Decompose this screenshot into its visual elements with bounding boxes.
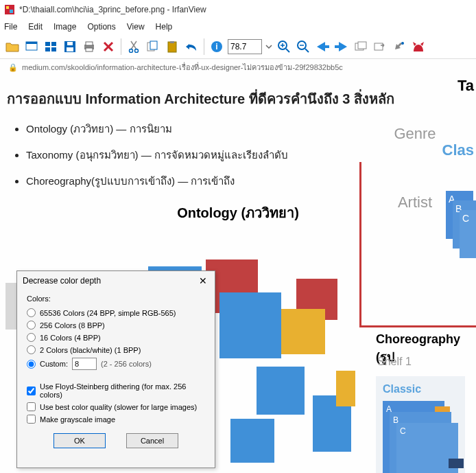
radio-256[interactable]: [27, 321, 36, 330]
radio-custom[interactable]: [27, 360, 36, 369]
divider-vertical: [359, 162, 361, 327]
slideshow-icon[interactable]: [23, 38, 40, 55]
colors-label: Colors:: [27, 295, 205, 303]
card-stack: A B C: [446, 191, 476, 259]
thumbnails-icon[interactable]: [43, 38, 59, 55]
menu-view[interactable]: View: [127, 22, 145, 32]
ok-button[interactable]: OK: [53, 433, 106, 448]
decrease-color-dialog: Decrease color depth ✕ Colors: 65536 Col…: [16, 270, 215, 468]
svg-text:i: i: [215, 42, 217, 51]
lock-icon: 🔒: [8, 63, 18, 72]
mini-card-c: CRecently Listened: [396, 423, 458, 473]
cancel-button[interactable]: Cancel: [126, 433, 178, 448]
svg-rect-6: [51, 42, 56, 46]
url-bar: 🔒 medium.com/skooldio/information-archit…: [0, 59, 476, 76]
print-icon[interactable]: [81, 38, 97, 55]
svg-rect-2: [10, 10, 13, 13]
card-c: C: [460, 210, 476, 258]
yellow-block: [336, 371, 355, 406]
svg-point-15: [130, 49, 133, 52]
copy-icon[interactable]: [145, 38, 161, 55]
prev-icon[interactable]: [314, 38, 331, 55]
menu-file[interactable]: File: [4, 22, 17, 32]
svg-rect-27: [374, 43, 383, 50]
settings-icon[interactable]: [391, 38, 407, 55]
shelf-label: Shelf 1: [377, 356, 412, 368]
paste-icon[interactable]: [164, 38, 180, 55]
divider-horizontal: [359, 325, 476, 327]
svg-rect-5: [45, 42, 50, 46]
titlebar: *D:\thaiall.com\hci\ia_3princ_before.png…: [0, 0, 476, 19]
zoom-input[interactable]: [228, 39, 262, 54]
classic-title: Classic: [383, 383, 458, 395]
custom-colors-input[interactable]: [72, 358, 97, 370]
separator: [204, 38, 204, 55]
zoom-dropdown-icon[interactable]: [265, 39, 273, 54]
menubar: File Edit Image Options View Help: [0, 19, 476, 34]
menu-options[interactable]: Options: [87, 22, 115, 32]
svg-rect-4: [26, 42, 37, 44]
classic-box: Classic A B CRecently Listened: [376, 376, 465, 473]
svg-rect-20: [170, 41, 174, 43]
close-icon[interactable]: ✕: [197, 275, 209, 287]
open-icon[interactable]: [4, 38, 21, 55]
svg-rect-8: [51, 47, 56, 51]
zoom-in-icon[interactable]: [276, 38, 292, 55]
svg-point-28: [401, 42, 404, 45]
radio-2[interactable]: [27, 345, 36, 354]
dialog-title: Decrease color depth: [23, 276, 101, 286]
genre-label: Genre: [353, 125, 476, 143]
zoom-out-icon[interactable]: [295, 38, 311, 55]
yellow-block: [280, 309, 325, 354]
svg-rect-19: [168, 42, 176, 52]
next-icon[interactable]: [333, 38, 350, 55]
clas-label: Clas: [353, 141, 476, 159]
svg-rect-1: [6, 6, 9, 9]
menu-image[interactable]: Image: [53, 22, 76, 32]
svg-rect-11: [67, 42, 73, 45]
svg-rect-26: [358, 42, 366, 49]
blue-block: [230, 419, 274, 463]
undo-icon[interactable]: [183, 38, 200, 55]
cut-icon[interactable]: [126, 38, 142, 55]
svg-point-16: [135, 49, 139, 52]
app-logo-icon: [4, 4, 15, 15]
svg-rect-13: [86, 42, 93, 45]
copy-view-icon[interactable]: [353, 38, 369, 55]
blue-block: [219, 292, 281, 358]
cat-icon[interactable]: [410, 38, 427, 55]
svg-rect-10: [67, 47, 73, 51]
check-grayscale[interactable]: [27, 415, 36, 424]
radio-16[interactable]: [27, 333, 36, 342]
check-dithering[interactable]: [27, 387, 36, 395]
svg-rect-18: [150, 41, 157, 49]
menu-edit[interactable]: Edit: [28, 22, 43, 32]
svg-rect-14: [86, 48, 93, 51]
url-text: medium.com/skooldio/information-architec…: [22, 61, 343, 73]
separator: [121, 38, 121, 55]
svg-rect-7: [45, 47, 50, 51]
delete-icon[interactable]: [100, 38, 117, 55]
save-icon[interactable]: [62, 38, 78, 55]
move-icon[interactable]: [372, 38, 388, 55]
radio-65536[interactable]: [27, 308, 36, 317]
info-icon[interactable]: i: [209, 38, 225, 55]
toolbar: i: [0, 34, 476, 59]
blue-block: [257, 367, 305, 415]
window-title: *D:\thaiall.com\hci\ia_3princ_before.png…: [19, 5, 206, 14]
darkblue-accent: [449, 459, 464, 468]
check-quality[interactable]: [27, 402, 36, 411]
menu-help[interactable]: Help: [156, 22, 173, 32]
ta-label: Ta: [353, 77, 476, 95]
